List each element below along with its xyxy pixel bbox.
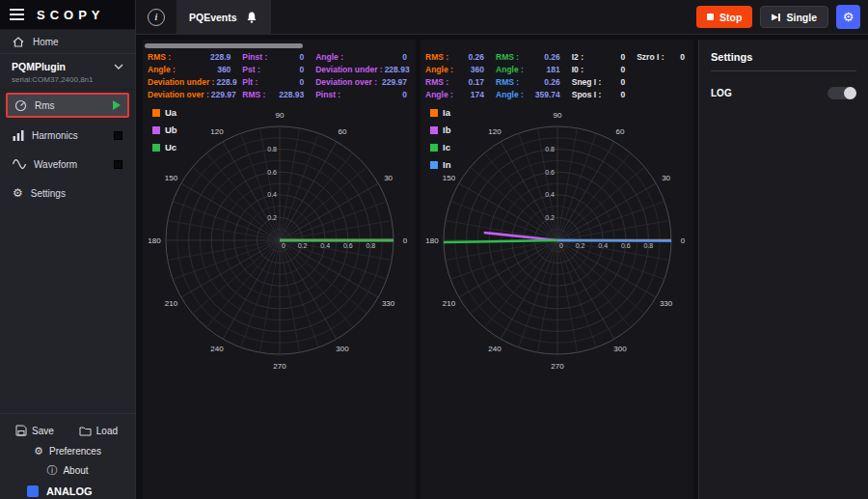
svg-text:120: 120 [210,127,224,136]
sidebar-item-waveform[interactable]: Waveform [6,152,129,176]
current-stats-col-3: Szro I :0 [633,51,692,101]
svg-text:300: 300 [336,345,349,353]
svg-text:0.8: 0.8 [366,242,375,249]
settings-title: Settings [711,51,856,63]
chevron-down-icon[interactable] [114,64,123,69]
stop-button[interactable]: Stop [696,6,752,28]
voltage-stat-rms: RMS :228.9 [144,51,238,64]
legend-swatch-icon [152,144,160,152]
voltage-legend: UaUbUc [152,107,177,152]
single-button[interactable]: ▶ Single [760,6,828,28]
home-label: Home [33,37,59,47]
phasor-In [557,240,671,241]
legend-swatch-icon [430,109,438,117]
current-stats-table: RMS :0.26Angle :360RMS :0.17Angle :174RM… [420,51,693,101]
current-legend-Ic[interactable]: Ic [430,142,450,152]
save-button[interactable]: Save [15,425,54,436]
instrument-label: Rms [35,100,55,111]
gear-icon: ⚙ [843,10,854,24]
about-button[interactable]: ⓘ About [0,460,135,480]
current-stats-col-0: RMS :0.26Angle :360RMS :0.17Angle :174 [421,51,492,101]
settings-panel: Settings LOG [698,40,868,499]
svg-text:330: 330 [381,299,394,308]
preferences-label: Preferences [49,446,101,457]
sidebar-item-home[interactable]: Home [0,29,135,54]
svg-text:30: 30 [384,174,393,182]
legend-label: Ub [165,125,177,135]
info-button[interactable]: i [148,9,165,26]
current-legend-In[interactable]: In [430,159,450,170]
svg-text:0.6: 0.6 [267,169,277,176]
log-toggle[interactable] [827,87,856,99]
info-circle-icon: ⓘ [46,465,57,476]
scopy-window: SCOPY Home PQMPlugin serial:COM37,2400,8… [0,0,868,499]
current-stats-col-1: RMS :0.26Angle :181RMS :0.26Angle :359.7… [492,51,568,101]
current-stat-rms: RMS :0.26 [492,76,568,89]
svg-text:0: 0 [402,236,407,245]
sidebar: SCOPY Home PQMPlugin serial:COM37,2400,8… [0,0,136,499]
svg-text:0.2: 0.2 [545,214,555,221]
current-stat-i2: I2 :0 [568,51,633,64]
current-stat-sneg-i: Sneg I :0 [568,76,633,89]
voltage-legend-Ua[interactable]: Ua [152,107,177,118]
current-legend-Ia[interactable]: Ia [430,107,450,118]
svg-text:0.4: 0.4 [267,191,277,198]
waveform-sine-icon [13,159,26,169]
svg-text:90: 90 [553,111,561,120]
current-chart-area: IaIbIcIn 0306090120150180210240270300330… [420,105,693,375]
stop-square-icon[interactable] [114,160,122,169]
plugin-header[interactable]: PQMPlugin serial:COM37,2400,8n1 [0,54,135,90]
stop-square-icon[interactable] [114,131,122,140]
voltage-stat-deviation-under: Deviation under :228.9 [144,76,238,89]
harmonics-bars-icon [13,129,24,141]
current-stat-rms: RMS :0.26 [492,51,568,64]
notifications-bell-icon[interactable] [245,11,258,24]
menu-icon[interactable] [10,9,24,20]
stats-horizontal-scrollbar[interactable] [145,43,303,48]
svg-text:0.6: 0.6 [342,242,352,249]
current-legend-Ib[interactable]: Ib [430,125,450,135]
rms-gauge-icon [14,99,27,112]
current-stat-angle: Angle :359.74 [492,89,568,101]
current-polar-chart: 030609012015018021024027030033000.20.20.… [422,105,692,375]
legend-label: In [443,159,450,170]
voltage-stats-col-1: Pinst :0Pst :0Plt :0RMS :228.93 [238,51,312,101]
current-stat-i0: I0 :0 [568,64,633,76]
voltage-legend-Uc[interactable]: Uc [152,142,177,152]
svg-text:0: 0 [282,242,285,249]
sidebar-item-harmonics[interactable]: Harmonics [6,124,129,147]
legend-swatch-icon [430,161,438,169]
tab-pqevents[interactable]: PQEvents [176,0,271,35]
analog-plugin-icon [27,485,39,497]
load-button[interactable]: Load [79,426,118,436]
sidebar-item-analog[interactable]: ANALOG [0,480,135,499]
svg-text:180: 180 [425,236,439,245]
svg-text:240: 240 [488,345,502,353]
legend-label: Ua [165,107,176,118]
preferences-button[interactable]: ⚙ Preferences [0,441,135,460]
svg-text:0: 0 [680,236,685,245]
gear-icon: ⚙ [13,187,23,199]
sidebar-item-rms[interactable]: Rms [6,93,129,118]
voltage-stat-rms: RMS :228.93 [238,89,312,101]
sidebar-item-settings[interactable]: ⚙ Settings [6,181,129,205]
stop-icon [707,14,714,20]
svg-text:0.2: 0.2 [297,242,307,249]
save-label: Save [32,426,54,436]
voltage-stat-angle: Angle :360 [144,64,238,76]
voltage-panel: RMS :228.9Angle :360Deviation under :228… [143,40,416,499]
voltage-stat-deviation-over: Deviation over :229.97 [144,89,238,101]
current-stat-spos-i: Spos I :0 [568,89,633,101]
toggle-knob [844,87,856,99]
load-folder-icon [79,426,92,436]
current-stat-rms: RMS :0.17 [421,76,492,89]
plugin-serial: serial:COM37,2400,8n1 [12,75,123,84]
svg-text:0.6: 0.6 [545,169,555,176]
instrument-settings-button[interactable]: ⚙ [836,5,860,29]
top-toolbar: i PQEvents Stop ▶ Single ⚙ [136,0,868,35]
current-stat-rms: RMS :0.26 [421,51,492,64]
svg-text:0.6: 0.6 [620,242,630,249]
run-play-icon[interactable] [113,100,121,110]
voltage-legend-Ub[interactable]: Ub [152,125,177,135]
svg-text:210: 210 [164,299,177,308]
